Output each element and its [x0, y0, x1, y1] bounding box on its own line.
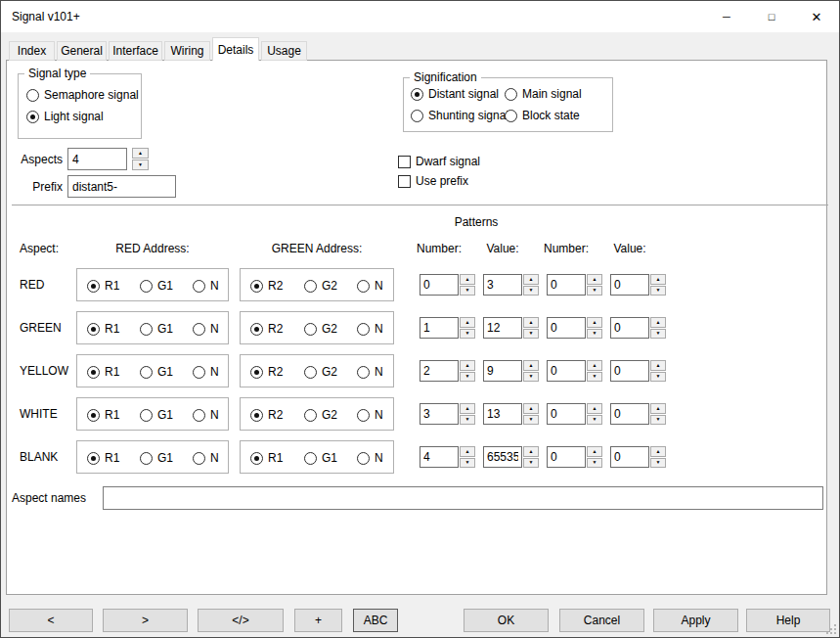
- tab-interface[interactable]: Interface: [109, 41, 162, 61]
- radio-option[interactable]: N: [357, 322, 383, 336]
- spin-down-icon[interactable]: ▼: [132, 160, 149, 170]
- pattern-number-input[interactable]: [420, 317, 459, 339]
- radio-icon[interactable]: [250, 366, 263, 379]
- radio-icon[interactable]: [26, 111, 39, 123]
- shunting-signal-option[interactable]: Shunting signal: [411, 109, 508, 122]
- spin-down-icon[interactable]: ▼: [650, 286, 666, 296]
- spin-down-icon[interactable]: ▼: [587, 286, 602, 296]
- pattern-value-input[interactable]: [483, 317, 522, 339]
- close-icon[interactable]: ✕: [794, 1, 839, 32]
- radio-icon[interactable]: [411, 88, 423, 101]
- abc-button[interactable]: ABC: [353, 609, 398, 632]
- radio-option[interactable]: N: [193, 322, 219, 336]
- radio-icon[interactable]: [411, 110, 423, 122]
- spin-up-icon[interactable]: ▲: [587, 403, 602, 414]
- block-state-option[interactable]: Block state: [505, 109, 580, 122]
- use-prefix-checkbox[interactable]: Use prefix: [398, 174, 468, 188]
- spin-down-icon[interactable]: ▼: [650, 415, 666, 426]
- pattern-value-input[interactable]: [483, 403, 522, 425]
- radio-option[interactable]: R2: [250, 279, 283, 293]
- radio-option[interactable]: N: [357, 279, 383, 293]
- prefix-input[interactable]: [67, 175, 176, 198]
- radio-icon[interactable]: [87, 452, 100, 465]
- radio-option[interactable]: N: [193, 279, 219, 293]
- radio-option[interactable]: G1: [140, 451, 173, 465]
- spin-down-icon[interactable]: ▼: [587, 372, 602, 383]
- radio-icon[interactable]: [250, 323, 263, 336]
- radio-option[interactable]: N: [193, 365, 219, 379]
- radio-icon[interactable]: [140, 280, 153, 293]
- next-button[interactable]: >: [103, 609, 188, 632]
- spin-down-icon[interactable]: ▼: [587, 329, 602, 340]
- radio-icon[interactable]: [193, 323, 205, 336]
- spin-up-icon[interactable]: ▲: [587, 446, 602, 457]
- spin-up-icon[interactable]: ▲: [460, 446, 475, 457]
- spin-down-icon[interactable]: ▼: [523, 415, 539, 426]
- radio-icon[interactable]: [87, 323, 100, 336]
- prev-button[interactable]: <: [9, 609, 93, 632]
- spin-down-icon[interactable]: ▼: [650, 458, 666, 469]
- help-button[interactable]: Help: [746, 609, 830, 632]
- spin-down-icon[interactable]: ▼: [523, 458, 539, 469]
- radio-icon[interactable]: [87, 280, 100, 293]
- spin-up-icon[interactable]: ▲: [460, 360, 475, 371]
- spin-up-icon[interactable]: ▲: [587, 360, 602, 371]
- radio-icon[interactable]: [505, 88, 517, 101]
- radio-option[interactable]: N: [357, 451, 383, 465]
- spin-down-icon[interactable]: ▼: [587, 458, 602, 469]
- radio-icon[interactable]: [193, 452, 205, 465]
- radio-icon[interactable]: [304, 366, 317, 379]
- light-signal-option[interactable]: Light signal: [26, 110, 104, 123]
- radio-option[interactable]: R1: [87, 451, 119, 465]
- radio-icon[interactable]: [26, 89, 39, 102]
- pattern-value-input[interactable]: [610, 403, 649, 425]
- pattern-number-input[interactable]: [547, 446, 586, 468]
- spin-down-icon[interactable]: ▼: [460, 329, 475, 340]
- radio-icon[interactable]: [140, 366, 153, 379]
- radio-option[interactable]: N: [357, 408, 383, 422]
- radio-icon[interactable]: [357, 280, 370, 293]
- spin-down-icon[interactable]: ▼: [650, 372, 666, 383]
- spin-up-icon[interactable]: ▲: [650, 403, 666, 414]
- radio-icon[interactable]: [357, 323, 370, 336]
- pattern-number-input[interactable]: [420, 446, 459, 468]
- spin-up-icon[interactable]: ▲: [132, 148, 149, 159]
- spin-down-icon[interactable]: ▼: [523, 372, 539, 383]
- aspect-names-input[interactable]: [103, 486, 823, 510]
- radio-option[interactable]: R1: [87, 322, 119, 336]
- spin-up-icon[interactable]: ▲: [523, 317, 539, 328]
- checkbox-icon[interactable]: [398, 175, 411, 188]
- radio-option[interactable]: G1: [140, 408, 173, 422]
- pattern-number-input[interactable]: [547, 317, 586, 339]
- tab-index[interactable]: Index: [9, 41, 55, 61]
- pattern-number-input[interactable]: [420, 403, 459, 425]
- spin-down-icon[interactable]: ▼: [460, 415, 475, 426]
- radio-option[interactable]: N: [193, 451, 219, 465]
- pattern-number-input[interactable]: [547, 360, 586, 382]
- spin-up-icon[interactable]: ▲: [523, 446, 539, 457]
- spin-up-icon[interactable]: ▲: [460, 317, 475, 328]
- radio-option[interactable]: R2: [250, 408, 283, 422]
- spin-down-icon[interactable]: ▼: [523, 286, 539, 296]
- radio-icon[interactable]: [250, 280, 263, 293]
- spin-down-icon[interactable]: ▼: [523, 329, 539, 340]
- radio-option[interactable]: R1: [87, 408, 119, 422]
- distant-signal-option[interactable]: Distant signal: [411, 87, 499, 101]
- radio-icon[interactable]: [304, 280, 317, 293]
- radio-option[interactable]: G1: [140, 365, 173, 379]
- tab-usage[interactable]: Usage: [261, 41, 307, 61]
- radio-option[interactable]: G2: [304, 408, 337, 422]
- radio-icon[interactable]: [304, 452, 317, 465]
- tab-general[interactable]: General: [57, 41, 107, 61]
- radio-option[interactable]: G2: [304, 322, 337, 336]
- radio-icon[interactable]: [357, 366, 370, 379]
- spin-up-icon[interactable]: ▲: [460, 274, 475, 285]
- cancel-button[interactable]: Cancel: [559, 609, 644, 632]
- ok-button[interactable]: OK: [464, 609, 549, 632]
- radio-icon[interactable]: [193, 280, 205, 293]
- pattern-value-input[interactable]: [483, 360, 522, 382]
- pattern-value-input[interactable]: [610, 446, 649, 468]
- radio-option[interactable]: G1: [140, 279, 173, 293]
- radio-icon[interactable]: [357, 452, 370, 465]
- checkbox-icon[interactable]: [398, 156, 411, 168]
